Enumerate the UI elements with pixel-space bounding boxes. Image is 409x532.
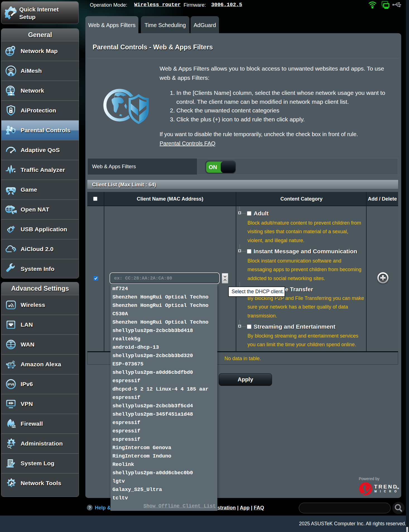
svg-text:IPV6: IPV6 xyxy=(8,383,15,386)
